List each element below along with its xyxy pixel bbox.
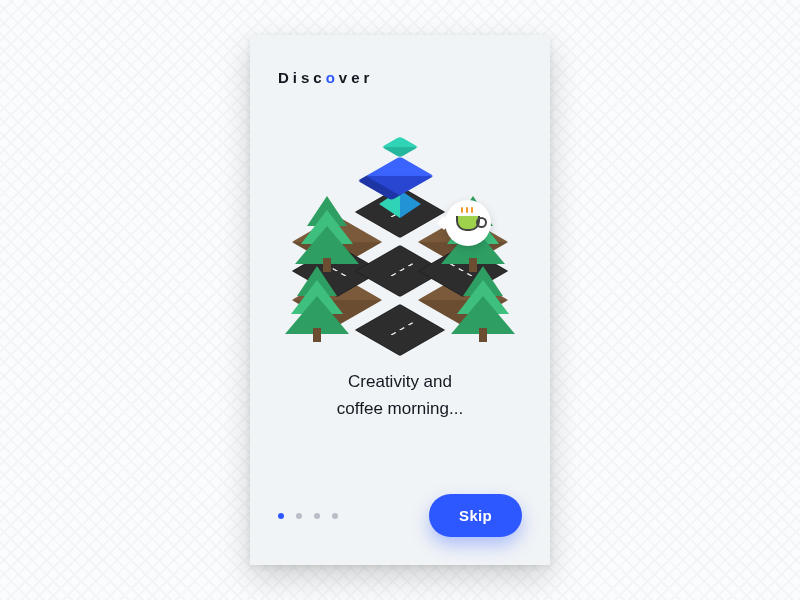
brand-text-post: ver [339,69,374,86]
brand-logo: Discover [278,69,522,86]
onboarding-footer: Skip [278,494,522,537]
onboarding-caption: Creativity and coffee morning... [278,368,522,422]
page-dot-1[interactable] [278,513,284,519]
skip-button[interactable]: Skip [429,494,522,537]
hero-illustration [278,120,522,350]
road-tile [355,304,446,356]
canvas-backdrop: Discover [0,0,800,600]
page-dot-2[interactable] [296,513,302,519]
building-icon [376,152,424,200]
coffee-badge [445,200,491,246]
onboarding-card: Discover [250,35,550,565]
coffee-cup-icon [456,216,480,231]
caption-line-2: coffee morning... [278,395,522,422]
caption-line-1: Creativity and [278,368,522,395]
brand-text-accent: o [326,69,339,86]
page-dot-3[interactable] [314,513,320,519]
brand-text-pre: Disc [278,69,326,86]
page-indicator[interactable] [278,513,338,519]
page-dot-4[interactable] [332,513,338,519]
isometric-scene [285,130,515,340]
